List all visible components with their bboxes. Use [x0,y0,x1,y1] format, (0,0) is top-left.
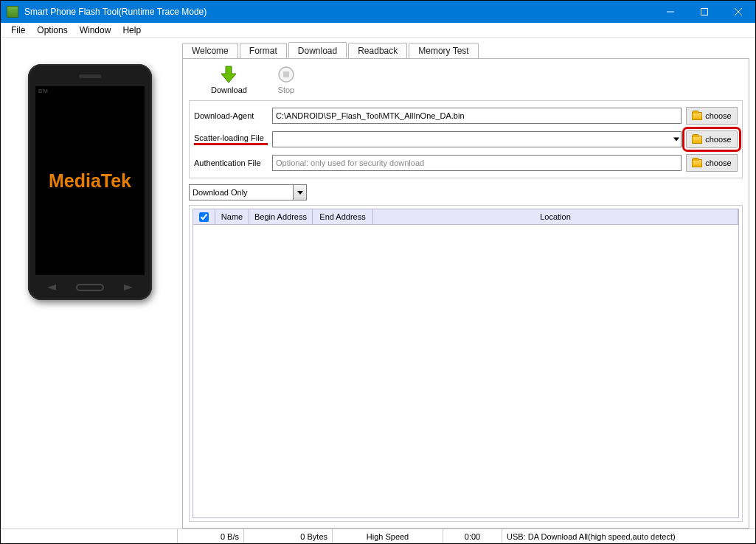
scatter-file-input[interactable] [272,131,682,147]
menu-help[interactable]: Help [117,24,147,37]
tab-format[interactable]: Format [240,43,287,59]
status-time: 0:00 [443,529,502,543]
tab-memory-test[interactable]: Memory Test [409,43,478,59]
download-agent-label: Download-Agent [194,111,268,120]
minimize-icon [667,8,674,15]
menu-options[interactable]: Options [31,24,73,37]
download-label: Download [211,86,247,94]
column-checkbox[interactable] [193,209,215,224]
close-button[interactable] [721,1,755,23]
authentication-file-choose-button[interactable]: choose [686,154,738,172]
minimize-button[interactable] [653,1,687,23]
column-begin-address[interactable]: Begin Address [249,209,313,224]
tab-welcome[interactable]: Welcome [182,43,238,59]
phone-back-icon [47,285,56,290]
svg-rect-6 [283,72,289,77]
select-all-checkbox[interactable] [199,212,209,222]
status-speed: 0 B/s [178,529,244,543]
status-usb: USB: DA Download All(high speed,auto det… [502,529,755,543]
folder-icon [692,136,702,144]
status-mode: High Speed [333,529,443,543]
download-mode-select[interactable]: Download Only [189,184,307,200]
phone-bm-label: BM [38,88,49,94]
tab-readback[interactable]: Readback [348,43,407,59]
phone-speaker [79,74,101,78]
column-location[interactable]: Location [373,209,738,224]
phone-panel: BM MediaTek [5,42,175,529]
download-agent-row: Download-Agent choose [194,107,738,125]
maximize-icon [701,8,708,15]
menubar: File Options Window Help [1,23,755,38]
folder-icon [692,159,702,167]
choose-label: choose [705,111,731,120]
download-mode-row: Download Only [189,184,743,200]
stop-button[interactable]: Stop [277,65,296,94]
window-title: Smart Phone Flash Tool(Runtime Trace Mod… [24,7,653,17]
stop-label: Stop [278,86,295,94]
phone-illustration: BM MediaTek [28,64,152,300]
menu-window[interactable]: Window [74,24,117,37]
titlebar: Smart Phone Flash Tool(Runtime Trace Mod… [1,1,755,23]
column-end-address[interactable]: End Address [313,209,373,224]
svg-marker-4 [221,66,236,83]
authentication-file-row: Authentication File choose [194,154,738,172]
partition-table-header: Name Begin Address End Address Location [193,209,739,225]
scatter-file-choose-button[interactable]: choose [686,130,738,148]
tab-body: Download Stop Download-Agent [182,58,749,529]
download-arrow-icon [219,65,238,84]
svg-rect-1 [701,9,708,15]
close-icon [735,8,742,15]
file-group: Download-Agent choose Scatter-loading Fi… [189,100,743,178]
tab-download[interactable]: Download [288,42,347,58]
phone-screen: MediaTek [35,86,145,275]
authentication-file-label: Authentication File [194,158,268,167]
partition-table-area: Name Begin Address End Address Location [189,205,743,522]
menu-file[interactable]: File [5,24,31,37]
tab-strip: Welcome Format Download Readback Memory … [182,42,749,58]
status-progress [1,529,178,543]
toolbar: Download Stop [189,63,743,99]
app-icon [7,6,18,18]
mediatek-logo-text: MediaTek [49,170,131,192]
scatter-file-row: Scatter-loading File choose [194,130,738,148]
scatter-file-label: Scatter-loading File [194,133,268,145]
folder-icon [692,112,702,120]
download-button[interactable]: Download [211,65,247,94]
download-agent-choose-button[interactable]: choose [686,107,738,125]
download-mode-value: Download Only [191,188,293,197]
statusbar: 0 B/s 0 Bytes High Speed 0:00 USB: DA Do… [1,529,755,543]
phone-home-icon [76,284,104,291]
maximize-button[interactable] [687,1,721,23]
stop-icon [277,65,296,84]
choose-label: choose [705,135,731,144]
choose-label: choose [705,158,731,167]
partition-table-body [193,225,739,518]
phone-menu-icon [124,285,133,290]
download-agent-input[interactable] [272,108,682,124]
status-bytes: 0 Bytes [244,529,333,543]
authentication-file-input [272,155,682,171]
chevron-down-icon [293,185,306,200]
column-name[interactable]: Name [215,209,249,224]
